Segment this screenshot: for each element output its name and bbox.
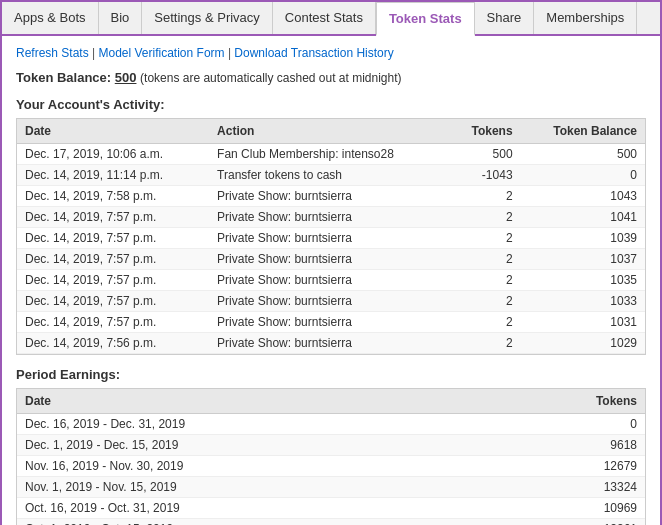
cell-period: Oct. 16, 2019 - Oct. 31, 2019 (17, 498, 491, 519)
cell-action: Private Show: burntsierra (209, 291, 449, 312)
cell-action: Fan Club Membership: intenso28 (209, 144, 449, 165)
period-header-row: Date Tokens (17, 389, 645, 414)
activity-title: Your Account's Activity: (16, 97, 646, 112)
tab-bar: Apps & Bots Bio Settings & Privacy Conte… (2, 2, 660, 36)
period-table-scroll[interactable]: Date Tokens Dec. 16, 2019 - Dec. 31, 201… (17, 389, 645, 525)
cell-period-tokens: 0 (491, 414, 645, 435)
cell-tokens: 2 (449, 312, 520, 333)
activity-header-row: Date Action Tokens Token Balance (17, 119, 645, 144)
table-row: Dec. 14, 2019, 7:57 p.m. Private Show: b… (17, 207, 645, 228)
cell-tokens: 2 (449, 207, 520, 228)
list-item: Nov. 16, 2019 - Nov. 30, 2019 12679 (17, 456, 645, 477)
links-bar: Refresh Stats | Model Verification Form … (16, 46, 646, 60)
refresh-stats-link[interactable]: Refresh Stats (16, 46, 89, 60)
tab-apps-bots[interactable]: Apps & Bots (2, 2, 99, 34)
token-balance-label: Token Balance: (16, 70, 111, 85)
cell-balance: 1027 (521, 354, 645, 355)
cell-balance: 1033 (521, 291, 645, 312)
table-row: Dec. 14, 2019, 7:57 p.m. Private Show: b… (17, 228, 645, 249)
cell-action: Private Show: burntsierra (209, 249, 449, 270)
cell-balance: 0 (521, 165, 645, 186)
cell-action: Private Show: burntsierra (209, 228, 449, 249)
cell-balance: 1043 (521, 186, 645, 207)
activity-section: Your Account's Activity: Date Action Tok… (16, 97, 646, 355)
cell-tokens: 2 (449, 228, 520, 249)
table-row: Dec. 14, 2019, 7:58 p.m. Private Show: b… (17, 186, 645, 207)
activity-table: Date Action Tokens Token Balance Dec. 17… (17, 119, 645, 354)
cell-date: Dec. 14, 2019, 7:57 p.m. (17, 207, 209, 228)
tab-share[interactable]: Share (475, 2, 535, 34)
col-action: Action (209, 119, 449, 144)
cell-period: Dec. 16, 2019 - Dec. 31, 2019 (17, 414, 491, 435)
activity-table-wrapper: Date Action Tokens Token Balance Dec. 17… (16, 118, 646, 355)
col-token-balance: Token Balance (521, 119, 645, 144)
cell-period: Nov. 1, 2019 - Nov. 15, 2019 (17, 477, 491, 498)
list-item: Dec. 1, 2019 - Dec. 15, 2019 9618 (17, 435, 645, 456)
list-item: Oct. 16, 2019 - Oct. 31, 2019 10969 (17, 498, 645, 519)
cell-date: Dec. 14, 2019, 7:56 p.m. (17, 333, 209, 354)
list-item: Dec. 16, 2019 - Dec. 31, 2019 0 (17, 414, 645, 435)
cell-date: Dec. 14, 2019, 7:57 p.m. (17, 249, 209, 270)
cell-action: Private Show: burntsierra (209, 186, 449, 207)
cell-balance: 1041 (521, 207, 645, 228)
cell-date: Dec. 14, 2019, 7:56 p.m. (17, 354, 209, 355)
period-title: Period Earnings: (16, 367, 646, 382)
tab-memberships[interactable]: Memberships (534, 2, 637, 34)
cell-balance: 1031 (521, 312, 645, 333)
cell-action: Private Show: burntsierra (209, 312, 449, 333)
token-balance-line: Token Balance: 500 (tokens are automatic… (16, 70, 646, 85)
activity-table-scroll[interactable]: Date Action Tokens Token Balance Dec. 17… (17, 119, 645, 354)
cell-date: Dec. 14, 2019, 7:57 p.m. (17, 291, 209, 312)
table-row: Dec. 14, 2019, 7:56 p.m. Private Show: b… (17, 333, 645, 354)
list-item: Nov. 1, 2019 - Nov. 15, 2019 13324 (17, 477, 645, 498)
cell-period-tokens: 13324 (491, 477, 645, 498)
cell-tokens: 2 (449, 186, 520, 207)
cell-balance: 1039 (521, 228, 645, 249)
cell-date: Dec. 17, 2019, 10:06 a.m. (17, 144, 209, 165)
cell-period-tokens: 9618 (491, 435, 645, 456)
cell-balance: 1029 (521, 333, 645, 354)
cell-period-tokens: 10969 (491, 498, 645, 519)
token-balance-amount: 500 (115, 70, 137, 85)
cell-period: Dec. 1, 2019 - Dec. 15, 2019 (17, 435, 491, 456)
table-row: Dec. 14, 2019, 7:56 p.m. Private Show: b… (17, 354, 645, 355)
period-section: Period Earnings: Date Tokens Dec. 16, 20… (16, 367, 646, 525)
cell-date: Dec. 14, 2019, 11:14 p.m. (17, 165, 209, 186)
tab-settings-privacy[interactable]: Settings & Privacy (142, 2, 273, 34)
table-row: Dec. 14, 2019, 11:14 p.m. Transfer token… (17, 165, 645, 186)
cell-period: Nov. 16, 2019 - Nov. 30, 2019 (17, 456, 491, 477)
tab-bio[interactable]: Bio (99, 2, 143, 34)
col-date: Date (17, 119, 209, 144)
table-row: Dec. 17, 2019, 10:06 a.m. Fan Club Membe… (17, 144, 645, 165)
content-area: Refresh Stats | Model Verification Form … (2, 36, 660, 525)
cell-action: Private Show: burntsierra (209, 333, 449, 354)
list-item: Oct. 1, 2019 - Oct. 15, 2019 13361 (17, 519, 645, 526)
cell-tokens: 2 (449, 249, 520, 270)
cell-tokens: 2 (449, 333, 520, 354)
cell-tokens: 2 (449, 354, 520, 355)
main-container: Apps & Bots Bio Settings & Privacy Conte… (0, 0, 662, 525)
table-row: Dec. 14, 2019, 7:57 p.m. Private Show: b… (17, 249, 645, 270)
cell-period-tokens: 13361 (491, 519, 645, 526)
table-row: Dec. 14, 2019, 7:57 p.m. Private Show: b… (17, 291, 645, 312)
cell-action: Private Show: burntsierra (209, 207, 449, 228)
col-tokens: Tokens (449, 119, 520, 144)
tab-token-stats[interactable]: Token Stats (376, 2, 475, 36)
cell-tokens: -1043 (449, 165, 520, 186)
period-table: Date Tokens Dec. 16, 2019 - Dec. 31, 201… (17, 389, 645, 525)
token-balance-note: (tokens are automatically cashed out at … (140, 71, 401, 85)
cell-tokens: 2 (449, 291, 520, 312)
model-verification-link[interactable]: Model Verification Form (99, 46, 225, 60)
cell-action: Transfer tokens to cash (209, 165, 449, 186)
download-history-link[interactable]: Download Transaction History (234, 46, 393, 60)
cell-action: Private Show: burntsierra (209, 354, 449, 355)
period-col-tokens: Tokens (491, 389, 645, 414)
cell-date: Dec. 14, 2019, 7:57 p.m. (17, 312, 209, 333)
tab-contest-stats[interactable]: Contest Stats (273, 2, 376, 34)
cell-date: Dec. 14, 2019, 7:57 p.m. (17, 270, 209, 291)
period-table-wrapper: Date Tokens Dec. 16, 2019 - Dec. 31, 201… (16, 388, 646, 525)
cell-date: Dec. 14, 2019, 7:58 p.m. (17, 186, 209, 207)
cell-balance: 500 (521, 144, 645, 165)
cell-tokens: 500 (449, 144, 520, 165)
cell-balance: 1037 (521, 249, 645, 270)
